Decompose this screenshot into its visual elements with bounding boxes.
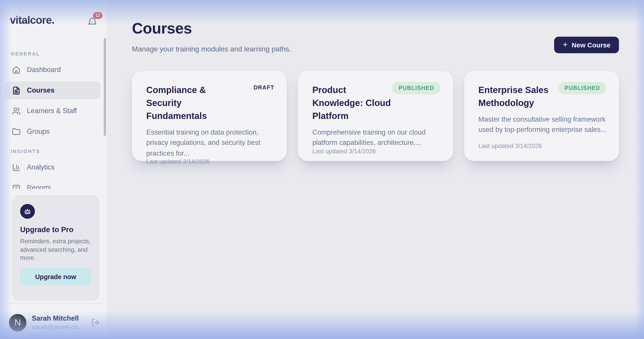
sidebar-item-reports[interactable]: Reports [4,179,100,189]
new-course-label: New Course [572,41,610,49]
sidebar-item-label: Reports [27,184,51,189]
sidebar-item-analytics[interactable]: Analytics [4,158,100,176]
app-logo: vitalcore. [10,14,54,26]
crown-badge [20,204,35,219]
sidebar-item-groups[interactable]: Groups [4,122,100,140]
sidebar-item-label: Dashboard [27,66,61,74]
course-description: Master the consultative selling framewor… [478,114,606,135]
new-course-button[interactable]: + New Course [554,37,619,53]
upgrade-description: Reminders, extra projects, advanced sear… [20,238,91,262]
file-text-icon [12,86,20,94]
upgrade-now-button[interactable]: Upgrade now [20,268,91,285]
sidebar-item-label: Analytics [27,163,54,171]
page-title: Courses [132,20,291,37]
nav-section-insights: INSIGHTS [11,148,107,154]
status-badge: PUBLISHED [558,82,606,94]
course-description: Comprehensive training on our cloud plat… [312,127,440,148]
course-title: Product Knowledge: Cloud Platform [312,84,392,122]
notifications-button[interactable]: 12 [87,13,100,27]
logout-button[interactable] [90,317,100,328]
sidebar-scrollbar[interactable] [104,38,106,136]
sidebar: vitalcore. 12 GENERAL Dashboard [0,0,107,339]
course-card-enterprise-sales[interactable]: Enterprise Sales Methodology PUBLISHED M… [464,71,619,161]
user-section-divider [0,303,107,304]
course-title: Compliance & Security Fundamentals [146,84,238,122]
course-title: Enterprise Sales Methodology [478,84,558,110]
sidebar-item-courses[interactable]: Courses [4,82,100,99]
user-name: Sarah Mitchell [32,314,90,322]
plus-icon: + [562,40,568,49]
folder-icon [12,127,20,136]
sidebar-item-label: Courses [27,86,54,94]
notification-count-badge: 12 [93,12,102,19]
logout-icon [90,318,100,327]
course-updated: Last updated 3/14/2026 [312,148,440,154]
page-subtitle: Manage your training modules and learnin… [132,45,291,53]
crown-icon [24,208,31,215]
status-badge: PUBLISHED [392,82,440,94]
main-content: Courses Manage your training modules and… [107,0,644,339]
upgrade-title: Upgrade to Pro [20,226,91,234]
avatar: N [9,314,26,331]
course-card-compliance[interactable]: Compliance & Security Fundamentals DRAFT… [132,71,287,161]
sidebar-nav: GENERAL Dashboard Courses Lea [0,50,107,189]
sidebar-item-label: Learners & Staff [27,107,77,115]
upgrade-card: Upgrade to Pro Reminders, extra projects… [12,196,99,300]
user-profile[interactable]: N Sarah Mitchell sarah@acme-co... [9,312,100,332]
sidebar-item-label: Groups [27,128,50,136]
sidebar-item-learners-staff[interactable]: Learners & Staff [4,102,100,120]
user-email: sarah@acme-co... [32,323,90,330]
app-window: vitalcore. 12 GENERAL Dashboard [0,0,644,339]
users-icon [12,107,20,115]
sidebar-item-dashboard[interactable]: Dashboard [4,61,100,79]
course-updated: Last updated 3/14/2026 [478,143,606,149]
status-badge: DRAFT [254,84,274,91]
home-icon [12,66,20,74]
course-card-list: Compliance & Security Fundamentals DRAFT… [132,71,619,161]
nav-section-general: GENERAL [11,51,107,56]
course-description: Essential training on data protection, p… [146,127,274,158]
bar-chart-icon [12,163,20,172]
course-card-product-knowledge[interactable]: Product Knowledge: Cloud Platform PUBLIS… [298,71,453,161]
report-icon [12,184,20,189]
course-updated: Last updated 3/14/2026 [146,158,274,165]
